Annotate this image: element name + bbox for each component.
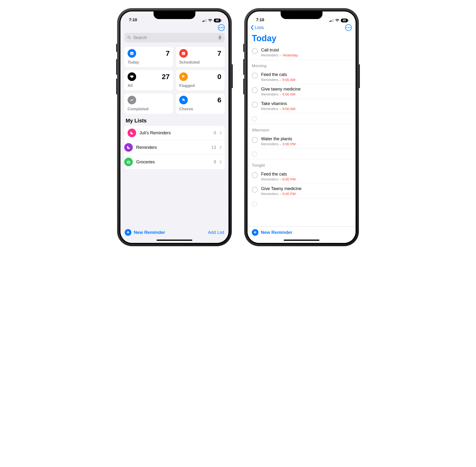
section-header: Afternoon: [248, 124, 356, 134]
reminder-checkbox[interactable]: [252, 137, 258, 143]
smart-label: Scheduled: [179, 60, 221, 65]
battery-level: 49: [214, 19, 221, 22]
reminder-item[interactable]: Give Tawny medicine Reminders – 6:00 PM: [262, 184, 356, 198]
svg-point-11: [183, 100, 184, 101]
list-name: Juli's Reminders: [139, 130, 210, 135]
search-input[interactable]: [133, 35, 216, 40]
reminder-checkbox[interactable]: [252, 102, 258, 108]
reminder-title: Water the plants: [261, 136, 296, 142]
chevron-right-icon: [219, 131, 222, 135]
reminder-item[interactable]: Give tawny medicine Reminders – 9:00 AM: [262, 84, 356, 99]
chevron-right-icon: [219, 145, 222, 149]
reminder-placeholder-circle[interactable]: [252, 201, 257, 207]
reminder-subtitle: Reminders – 6:00 PM: [261, 192, 301, 196]
smart-list-all[interactable]: 27 All: [124, 70, 173, 91]
smart-list-today[interactable]: 10 7 Today: [124, 47, 173, 67]
reminder-item[interactable]: Call truist Reminders – Yesterday: [248, 45, 356, 60]
list-name: Reminders: [136, 145, 208, 150]
svg-point-8: [183, 54, 184, 54]
reminder-placeholder[interactable]: [262, 148, 356, 159]
list-row[interactable]: Groceries 8: [138, 155, 225, 169]
reminder-title: Give Tawny medicine: [261, 186, 301, 191]
reminder-item[interactable]: Water the plants Reminders – 3:00 PM: [248, 134, 356, 148]
reminder-item[interactable]: Feed the cats Reminders – 6:00 PM: [248, 169, 356, 184]
basket-icon: [124, 158, 133, 166]
section-header: Morning: [248, 60, 356, 70]
reminder-list[interactable]: Call truist Reminders – Yesterday Mornin…: [248, 45, 356, 226]
add-list-button[interactable]: Add List: [208, 230, 224, 235]
notch: [153, 12, 195, 19]
svg-point-5: [183, 53, 184, 53]
reminder-checkbox[interactable]: [252, 187, 258, 193]
smart-count: 6: [217, 96, 221, 104]
calendar-icon: [179, 49, 188, 58]
reminder-checkbox[interactable]: [252, 73, 258, 78]
new-reminder-button[interactable]: + New Reminder: [125, 229, 165, 236]
reminder-title: Give tawny medicine: [261, 87, 301, 92]
plus-icon: +: [125, 229, 131, 236]
smart-label: Chores: [179, 107, 221, 111]
reminder-title: Call truist: [261, 48, 298, 53]
reminder-item[interactable]: Take vitamins Reminders – 9:00 AM: [262, 99, 356, 113]
reminder-subtitle: Reminders – 9:00 AM: [261, 92, 301, 96]
svg-point-4: [183, 53, 183, 53]
smart-list-chores[interactable]: 6 Chores: [176, 93, 225, 114]
smart-label: Completed: [127, 107, 170, 111]
reminder-checkbox[interactable]: [252, 48, 258, 54]
smart-list-scheduled[interactable]: 7 Scheduled: [176, 47, 225, 67]
list-row[interactable]: Reminders 13: [138, 140, 225, 155]
reminder-item[interactable]: Feed the cats Reminders – 9:00 AM: [248, 70, 356, 84]
list-count: 13: [211, 145, 216, 150]
mic-icon[interactable]: [218, 35, 222, 40]
smart-count: 0: [217, 73, 221, 80]
checkmark-icon: [127, 96, 136, 104]
list-count: 0: [214, 130, 216, 135]
smart-label: All: [127, 83, 170, 88]
moon-icon: [127, 129, 136, 137]
phone-frame-left: 7:10 49: [117, 8, 232, 246]
svg-text:10: 10: [131, 53, 133, 55]
reminder-placeholder-circle[interactable]: [252, 152, 257, 157]
my-lists-group: Juli's Reminders 0 Reminders 13: [124, 126, 225, 169]
smart-list-completed[interactable]: Completed: [124, 93, 173, 114]
reminder-placeholder[interactable]: [262, 113, 356, 124]
home-indicator: [157, 240, 192, 241]
reminder-subtitle: Reminders – Yesterday: [261, 53, 298, 57]
back-label: Lists: [255, 25, 264, 30]
battery-icon: 49: [214, 19, 222, 22]
svg-point-7: [183, 54, 183, 54]
reminder-title: Take vitamins: [261, 101, 295, 106]
reminder-subtitle: Reminders – 9:00 AM: [261, 78, 295, 82]
reminder-placeholder[interactable]: [262, 198, 356, 209]
moon-icon: [124, 143, 133, 152]
calendar-today-icon: 10: [127, 49, 136, 58]
cellular-icon: [202, 19, 207, 22]
more-button[interactable]: [218, 24, 225, 31]
status-time: 7:10: [256, 18, 264, 22]
reminder-checkbox[interactable]: [252, 172, 258, 178]
new-reminder-button[interactable]: + New Reminder: [252, 229, 292, 236]
back-button[interactable]: Lists: [250, 25, 264, 30]
reminder-title: Feed the cats: [261, 172, 296, 177]
search-field[interactable]: [124, 33, 225, 42]
reminder-subtitle: Reminders – 6:00 PM: [261, 177, 296, 181]
more-button[interactable]: [345, 24, 352, 31]
wifi-icon: [335, 19, 339, 22]
reminder-checkbox[interactable]: [252, 87, 258, 93]
home-indicator: [284, 240, 319, 241]
battery-level: 49: [341, 19, 348, 22]
chevron-right-icon: [219, 160, 222, 164]
wifi-icon: [208, 19, 212, 22]
status-time: 7:10: [129, 18, 137, 22]
smart-count: 7: [217, 50, 221, 57]
svg-point-6: [184, 53, 185, 53]
smart-list-flagged[interactable]: 0 Flagged: [176, 70, 225, 91]
svg-point-12: [184, 99, 185, 101]
smart-label: Today: [127, 60, 170, 65]
reminder-subtitle: Reminders – 3:00 PM: [261, 142, 296, 146]
list-row[interactable]: Juli's Reminders 0: [124, 126, 225, 140]
reminder-placeholder-circle[interactable]: [252, 116, 257, 121]
chevron-left-icon: [250, 25, 254, 30]
smart-count: 27: [162, 73, 170, 80]
svg-point-13: [184, 101, 185, 102]
